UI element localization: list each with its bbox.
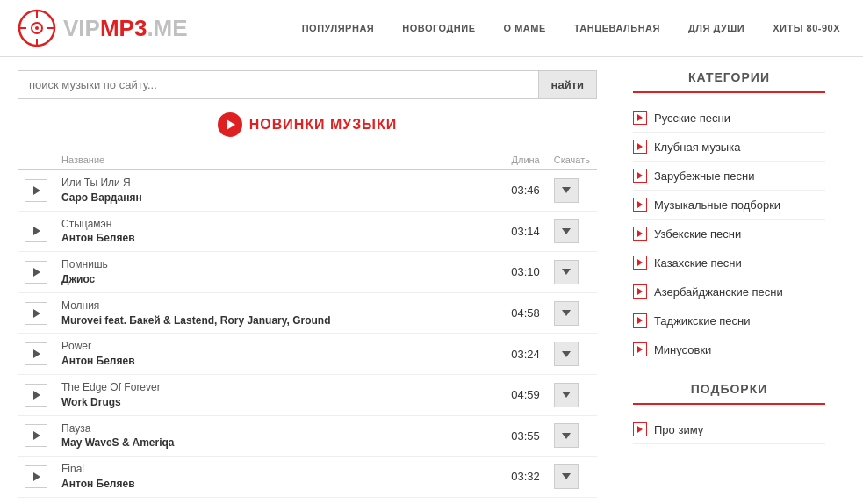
nav-soul[interactable]: ДЛЯ ДУШИ xyxy=(683,19,750,37)
track-info: Или Ты Или Я Саро Варданян xyxy=(61,176,496,205)
category-arrow-icon xyxy=(637,288,643,295)
track-duration: 04:58 xyxy=(503,292,547,334)
category-item[interactable]: Казахские песни xyxy=(633,248,825,277)
category-item[interactable]: Музыкальные подборки xyxy=(633,191,825,220)
track-artist: Антон Беляев xyxy=(61,354,496,369)
download-arrow-icon xyxy=(562,473,571,479)
track-info: The Edge Of Forever Work Drugs xyxy=(61,380,496,410)
download-button[interactable] xyxy=(554,301,579,326)
nav-newyear[interactable]: НОВОГОДНИЕ xyxy=(397,19,480,37)
play-cell xyxy=(18,334,54,375)
category-item[interactable]: Узбекские песни xyxy=(633,220,825,248)
category-item[interactable]: Зарубежные песни xyxy=(633,162,825,191)
track-duration: 03:55 xyxy=(503,415,547,457)
track-title: Пауза xyxy=(61,421,496,436)
track-duration: 03:46 xyxy=(503,170,547,212)
download-button[interactable] xyxy=(554,464,579,489)
new-music-play-icon xyxy=(218,112,242,137)
nav-hits[interactable]: ХИТЫ 80-90Х xyxy=(767,19,845,37)
play-cell xyxy=(18,252,54,293)
logo-text: VIPMP3.ME xyxy=(63,15,188,42)
play-cell xyxy=(18,211,54,252)
track-title: Помнишь xyxy=(61,257,496,272)
track-info: Стыцамэн Антон Беляев xyxy=(61,217,496,247)
track-info-cell: The Edge Of Forever Work Drugs xyxy=(54,374,503,415)
download-button[interactable] xyxy=(554,342,579,366)
category-item[interactable]: Минусовки xyxy=(633,335,825,364)
track-artist: May WaveS & Ameriqa xyxy=(61,436,496,450)
table-row: Стыцамэн Антон Беляев 03:14 xyxy=(18,211,597,252)
download-arrow-icon xyxy=(562,310,571,316)
track-title: Стыцамэн xyxy=(61,217,496,232)
play-button[interactable] xyxy=(25,465,47,488)
category-arrow-box xyxy=(633,198,647,212)
download-button[interactable] xyxy=(554,423,579,448)
category-item[interactable]: Клубная музыка xyxy=(633,133,825,162)
category-item[interactable]: Азербайджанские песни xyxy=(633,277,825,306)
category-arrow-icon xyxy=(637,201,643,208)
new-music-title: НОВИНКИ МУЗЫКИ xyxy=(249,117,398,133)
play-button[interactable] xyxy=(25,342,47,365)
main-nav: ПОПУЛЯРНАЯ НОВОГОДНИЕ О МАМЕ ТАНЦЕВАЛЬНА… xyxy=(297,19,845,37)
categories-title: КАТЕГОРИИ xyxy=(633,70,825,93)
play-button[interactable] xyxy=(25,179,47,202)
search-bar: найти xyxy=(18,70,597,99)
category-list: Русские песни Клубная музыка Зарубежные … xyxy=(633,104,825,364)
collection-item[interactable]: Про зиму xyxy=(633,415,825,444)
category-arrow-box xyxy=(633,256,647,270)
download-button[interactable] xyxy=(554,260,579,284)
category-label: Русские песни xyxy=(654,112,730,125)
download-cell xyxy=(547,457,597,498)
play-button[interactable] xyxy=(25,220,47,242)
main-container: найти НОВИНКИ МУЗЫКИ Название Длина Скач… xyxy=(0,57,863,504)
collection-arrow-box xyxy=(633,422,647,436)
track-duration: 03:10 xyxy=(503,252,547,293)
table-row: Молния Murovei feat. Бакей & Lastend, Ro… xyxy=(18,292,597,334)
download-button[interactable] xyxy=(554,219,579,243)
download-arrow-icon xyxy=(562,187,571,193)
track-artist: Антон Беляев xyxy=(61,231,496,246)
category-arrow-box xyxy=(633,169,647,183)
download-cell xyxy=(547,211,597,252)
collections-list: Про зиму xyxy=(633,415,825,444)
category-label: Казахские песни xyxy=(654,256,742,270)
nav-popular[interactable]: ПОПУЛЯРНАЯ xyxy=(297,19,380,37)
category-item[interactable]: Таджикские песни xyxy=(633,306,825,335)
category-label: Клубная музыка xyxy=(654,140,740,154)
track-duration: 03:32 xyxy=(503,457,547,498)
play-cell xyxy=(18,292,54,334)
category-arrow-box xyxy=(633,313,647,328)
category-item[interactable]: Русские песни xyxy=(633,104,825,133)
download-cell xyxy=(547,252,597,293)
category-label: Узбекские песни xyxy=(654,227,741,241)
category-label: Зарубежные песни xyxy=(654,169,754,183)
track-title: Или Ты Или Я xyxy=(61,176,496,191)
category-arrow-icon xyxy=(637,259,643,266)
download-cell xyxy=(547,334,597,375)
nav-mom[interactable]: О МАМЕ xyxy=(499,19,551,37)
search-button[interactable]: найти xyxy=(539,70,597,99)
play-button[interactable] xyxy=(25,424,47,447)
track-table: Название Длина Скачать Или Ты Или Я Саро… xyxy=(18,150,597,498)
category-label: Минусовки xyxy=(654,343,711,356)
download-button[interactable] xyxy=(554,383,579,407)
download-cell xyxy=(547,292,597,334)
play-button[interactable] xyxy=(25,261,47,284)
category-label: Азербайджанские песни xyxy=(654,285,783,299)
collection-label: Про зиму xyxy=(654,423,703,436)
sidebar: КАТЕГОРИИ Русские песни Клубная музыка З… xyxy=(615,57,843,504)
col-duration: Длина xyxy=(503,150,547,170)
category-arrow-icon xyxy=(637,172,643,179)
track-artist: Саро Варданян xyxy=(61,191,496,205)
search-input[interactable] xyxy=(18,70,539,99)
category-arrow-icon xyxy=(637,346,643,353)
track-info-cell: Стыцамэн Антон Беляев xyxy=(54,211,503,252)
logo-icon xyxy=(18,9,56,47)
svg-point-2 xyxy=(35,26,39,30)
new-music-heading: НОВИНКИ МУЗЫКИ xyxy=(18,112,597,137)
play-button[interactable] xyxy=(25,302,47,325)
download-button[interactable] xyxy=(554,178,579,203)
nav-dance[interactable]: ТАНЦЕВАЛЬНАЯ xyxy=(569,19,665,37)
track-title: Power xyxy=(61,339,496,354)
play-button[interactable] xyxy=(25,384,47,407)
